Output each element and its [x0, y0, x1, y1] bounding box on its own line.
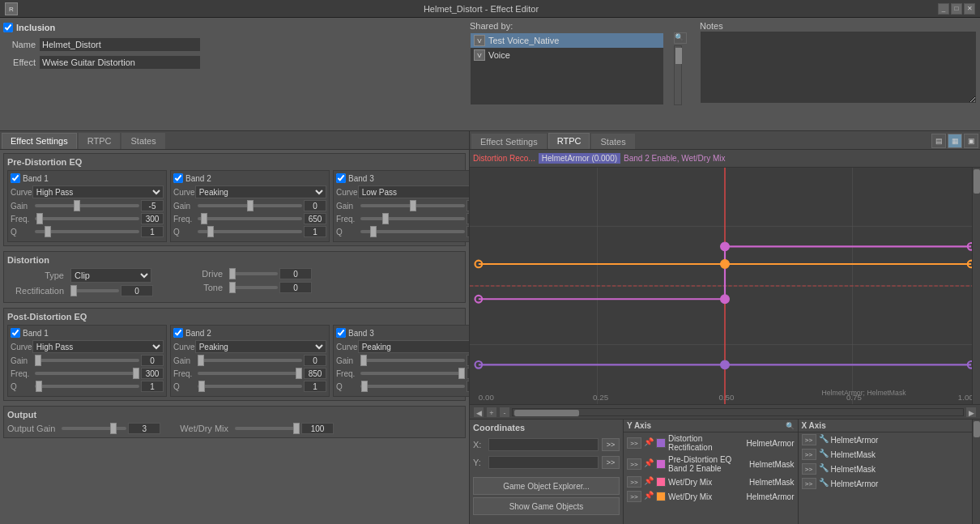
maximize-btn[interactable]: □ — [951, 3, 962, 15]
pre-eq-band3-freq-value[interactable] — [467, 213, 469, 224]
scroll-bar[interactable] — [663, 33, 671, 104]
drive-slider[interactable] — [229, 272, 278, 275]
post-eq-band1-q-value[interactable] — [141, 381, 164, 392]
view-icon-2[interactable]: ▦ — [948, 134, 962, 148]
inclusion-checkbox[interactable] — [3, 23, 13, 32]
tone-slider[interactable] — [229, 286, 278, 289]
post-eq-band3-freq-slider[interactable] — [360, 372, 465, 375]
y-axis-row4-btn[interactable]: >> — [627, 491, 641, 502]
tab-rtpc-left[interactable]: RTPC — [79, 133, 121, 149]
distortion-type-select[interactable]: ClipHard ClipSoft Clip — [70, 268, 151, 283]
tone-value[interactable] — [279, 282, 312, 293]
graph-hscroll[interactable] — [512, 408, 964, 416]
pre-eq-band1-checkbox[interactable] — [11, 173, 20, 183]
pre-eq-band1-curve-select[interactable]: High PassPeakingLow Pass — [32, 185, 164, 198]
tab-rtpc-right[interactable]: RTPC — [548, 133, 590, 149]
x-axis-row4-btn[interactable]: >> — [802, 478, 816, 489]
pre-eq-band1-gain-slider[interactable] — [35, 204, 139, 207]
notes-textarea[interactable] — [700, 31, 977, 104]
pre-eq-band2-gain-value[interactable] — [304, 200, 326, 211]
wetdry-value[interactable] — [301, 423, 334, 434]
pre-eq-band1-q-slider[interactable] — [35, 230, 139, 233]
post-eq-band3-freq-value[interactable] — [467, 368, 469, 379]
y-axis-search[interactable]: 🔍 — [786, 422, 795, 430]
post-eq-band1-curve-select[interactable]: High PassPeaking — [32, 340, 164, 353]
y-coord-input[interactable] — [488, 456, 599, 469]
y-axis-row2-btn[interactable]: >> — [627, 458, 641, 470]
nav-right-btn[interactable]: ▶ — [965, 407, 977, 418]
pre-eq-band2-gain-slider[interactable] — [198, 204, 302, 207]
post-eq-band2-q-slider[interactable] — [198, 385, 302, 388]
close-btn[interactable]: ✕ — [964, 3, 975, 15]
pre-eq-band3-gain-slider[interactable] — [360, 204, 465, 207]
post-eq-band1-q-slider[interactable] — [35, 385, 139, 388]
list-item[interactable]: V Test Voice_Native — [471, 33, 671, 48]
post-eq-band3-curve-select[interactable]: High PassPeaking — [358, 340, 469, 353]
drive-value[interactable] — [279, 268, 312, 279]
nav-left-btn[interactable]: ◀ — [473, 407, 484, 418]
post-eq-band1-gain-value[interactable] — [141, 355, 164, 366]
search-button[interactable]: 🔍 — [674, 32, 687, 44]
post-eq-band2-q-value[interactable] — [304, 381, 326, 392]
effect-input[interactable] — [39, 55, 201, 70]
x-coord-btn[interactable]: >> — [602, 438, 620, 451]
post-eq-band2-checkbox[interactable] — [173, 328, 183, 338]
y-coord-btn[interactable]: >> — [602, 456, 620, 469]
show-game-objects-btn[interactable]: Show Game Objects — [473, 497, 620, 515]
coords-vscroll[interactable] — [972, 420, 980, 524]
x-coord-input[interactable] — [488, 438, 599, 451]
graph-vscroll[interactable] — [972, 168, 980, 404]
wetdry-slider[interactable] — [235, 427, 300, 430]
pre-eq-band3-freq-slider[interactable] — [360, 217, 465, 220]
view-icon-3[interactable]: ▣ — [964, 134, 978, 148]
pre-eq-band1-freq-value[interactable] — [141, 213, 164, 224]
nav-plus-btn[interactable]: + — [486, 407, 497, 418]
pre-eq-band3-checkbox[interactable] — [336, 173, 346, 183]
rectification-slider[interactable] — [70, 289, 119, 292]
pre-eq-band2-checkbox[interactable] — [173, 173, 183, 183]
x-axis-row3-btn[interactable]: >> — [802, 463, 816, 475]
rectification-value[interactable] — [121, 285, 153, 296]
post-eq-band3-gain-value[interactable] — [467, 355, 469, 366]
pre-eq-band2-freq-slider[interactable] — [198, 217, 302, 220]
name-input[interactable] — [39, 37, 201, 52]
pre-eq-band2-q-slider[interactable] — [198, 230, 302, 233]
list-item[interactable]: V Voice — [471, 48, 671, 62]
pre-eq-band1-q-value[interactable] — [141, 226, 164, 237]
tab-states-right[interactable]: States — [591, 134, 634, 149]
y-axis-row1-btn[interactable]: >> — [627, 437, 641, 449]
pre-eq-band3-q-value[interactable] — [467, 226, 469, 237]
pre-eq-band2-q-value[interactable] — [304, 226, 326, 237]
view-icon-1[interactable]: ▤ — [931, 134, 946, 148]
pre-eq-band2-freq-value[interactable] — [304, 213, 326, 224]
graph-canvas[interactable]: 0.00 0.25 0.50 0.75 1.00 HelmetArmor; He… — [470, 168, 980, 404]
pre-eq-band2-curve-select[interactable]: High PassPeakingLow Pass — [195, 185, 326, 198]
minimize-btn[interactable]: _ — [938, 3, 949, 15]
post-eq-band1-freq-value[interactable] — [141, 368, 164, 379]
post-eq-band1-checkbox[interactable] — [11, 328, 20, 338]
tab-effect-settings-right[interactable]: Effect Settings — [471, 134, 547, 149]
x-axis-row1-btn[interactable]: >> — [802, 434, 816, 445]
post-eq-band3-checkbox[interactable] — [336, 328, 346, 338]
tab-effect-settings-left[interactable]: Effect Settings — [2, 133, 77, 149]
post-eq-band2-curve-select[interactable]: High PassPeaking — [195, 340, 326, 353]
pre-eq-band3-curve-select[interactable]: High PassPeakingLow Pass — [358, 185, 469, 198]
scroll-right[interactable] — [674, 45, 682, 105]
pre-eq-band1-gain-value[interactable] — [141, 200, 164, 211]
game-object-explorer-btn[interactable]: Game Object Explorer... — [473, 477, 620, 495]
tab-states-left[interactable]: States — [121, 133, 164, 149]
pre-eq-band1-freq-slider[interactable] — [35, 217, 139, 220]
x-axis-row2-btn[interactable]: >> — [802, 449, 816, 460]
output-gain-value[interactable] — [128, 423, 160, 434]
post-eq-band3-q-value[interactable] — [467, 381, 469, 392]
post-eq-band2-gain-slider[interactable] — [198, 359, 302, 362]
post-eq-band2-gain-value[interactable] — [304, 355, 326, 366]
output-gain-slider[interactable] — [62, 427, 126, 430]
post-eq-band2-freq-value[interactable] — [304, 368, 326, 379]
post-eq-band1-gain-slider[interactable] — [35, 359, 139, 362]
post-eq-band3-gain-slider[interactable] — [360, 359, 465, 362]
post-eq-band1-freq-slider[interactable] — [35, 372, 139, 375]
y-axis-row3-btn[interactable]: >> — [627, 476, 641, 488]
nav-minus-btn[interactable]: - — [499, 407, 510, 418]
pre-eq-band3-q-slider[interactable] — [360, 230, 465, 233]
